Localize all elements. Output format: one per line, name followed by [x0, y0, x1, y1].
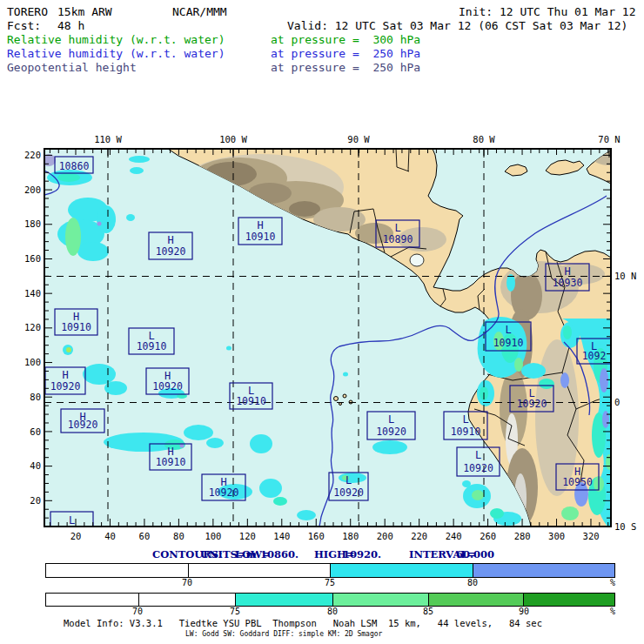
svg-text:10920: 10920 [463, 462, 493, 474]
svg-text:L: L [69, 514, 75, 527]
svg-text:10930: 10930 [553, 277, 583, 289]
contour-info-part: 60.000 [456, 549, 494, 560]
bottom-axis-label: 120 [239, 532, 256, 541]
pressure-center-label: 10860 [55, 157, 93, 173]
svg-text:L: L [388, 413, 394, 426]
contour-info-part: 10860. [260, 549, 299, 560]
model-info-line2: LW: Godd SW: Goddard DIFF: simple KM: 2D… [185, 630, 382, 638]
bottom-axis-label: 140 [273, 532, 290, 541]
svg-text:H: H [62, 369, 68, 381]
svg-text:10950: 10950 [562, 476, 593, 488]
colorbar-segment [188, 564, 331, 577]
svg-text:10890: 10890 [383, 233, 413, 245]
svg-text:10910: 10910 [493, 337, 524, 349]
svg-text:10920: 10920 [376, 426, 406, 438]
bottom-axis-label: 60 [139, 532, 151, 541]
svg-text:10910: 10910 [245, 231, 276, 243]
svg-text:10920: 10920 [156, 245, 186, 258]
svg-text:10920: 10920 [209, 486, 239, 499]
left-axis-label: 20 [30, 496, 41, 506]
svg-text:10910: 10910 [451, 426, 481, 438]
colorbar-segment [46, 594, 138, 606]
colorbar-segment [473, 564, 615, 577]
top-axis-label: 90 W [347, 135, 369, 144]
bottom-axis-label: 180 [342, 532, 359, 541]
colorbar-segment [138, 594, 236, 606]
svg-text:10910: 10910 [61, 321, 91, 333]
bottom-axis-label: 260 [480, 532, 496, 541]
colorbar-tick-label: 90 [519, 607, 529, 616]
svg-text:10910: 10910 [156, 456, 186, 468]
colorbar-tick-label: 80 [327, 607, 338, 616]
left-axis-label: 120 [24, 323, 41, 332]
right-axis-label: 10 S [614, 522, 636, 532]
left-axis-label: 100 [24, 358, 41, 367]
top-axis-label: 80 W [473, 135, 494, 144]
left-axis-label: 160 [24, 254, 41, 264]
svg-text:10860: 10860 [59, 160, 90, 172]
left-axis-label: 40 [30, 461, 41, 471]
svg-text:10920: 10920 [517, 398, 547, 410]
colorbar-tick-label: 80 [467, 579, 478, 587]
bottom-axis-label: 80 [173, 532, 184, 541]
contour-info-part: 10920. [343, 549, 381, 560]
forecast-map: 10860H10920H10910L10890H10930H10910L1091… [0, 0, 644, 644]
svg-text:L: L [394, 222, 400, 234]
bottom-axis-label: 240 [446, 532, 462, 541]
galapagos-island [334, 397, 339, 401]
left-axis-label: 140 [24, 289, 41, 299]
forecast-plot-page: TORERO 15km ARW NCAR/MMM Init: 12 UTC Th… [0, 0, 644, 644]
colorbar-segment [46, 564, 188, 577]
svg-text:L: L [345, 474, 352, 486]
rh-300hpa-colorbar [45, 593, 615, 607]
model-info-line1: Model Info: V3.3.1 Tiedtke YSU PBL Thomp… [64, 618, 542, 628]
bottom-axis-label: 100 [205, 532, 221, 541]
colorbar-tick-label: 75 [230, 607, 240, 616]
bottom-axis-label: 20 [70, 532, 82, 541]
colorbar-segment [523, 594, 614, 606]
galapagos-island [343, 394, 346, 398]
left-axis-label: 60 [30, 427, 41, 437]
left-axis-label: 180 [24, 219, 41, 229]
top-axis-label: 100 W [219, 135, 247, 144]
colorbar-tick-label: 70 [182, 579, 192, 587]
svg-text:L: L [475, 449, 481, 461]
svg-text:10920: 10920 [333, 486, 364, 499]
svg-text:H: H [564, 265, 570, 278]
lake-nicaragua [410, 254, 424, 266]
colorbar-tick-label: % [610, 607, 615, 616]
colorbar-segment [428, 594, 524, 606]
top-axis-label: 70 N [598, 135, 620, 144]
colorbar-segment [332, 594, 428, 606]
svg-text:H: H [167, 234, 173, 246]
bottom-axis-label: 220 [411, 532, 427, 541]
bottom-axis-label: 280 [514, 532, 531, 541]
colorbar-tick-label: % [610, 579, 615, 587]
colorbar-tick-label: 75 [325, 579, 335, 587]
svg-text:L: L [462, 413, 468, 426]
bottom-axis-label: 320 [583, 532, 600, 541]
svg-text:H: H [257, 219, 263, 231]
top-axis-label: 110 W [94, 135, 122, 144]
colorbar-segment [330, 564, 473, 577]
right-axis-label: 0 [614, 398, 620, 407]
left-axis-label: 80 [30, 392, 41, 402]
colorbar-segment [235, 594, 332, 606]
svg-text:10910: 10910 [236, 395, 266, 407]
bottom-axis-label: 40 [104, 532, 116, 541]
svg-text:10910: 10910 [137, 340, 167, 352]
left-axis-label: 220 [24, 151, 41, 160]
bottom-axis-label: 200 [377, 532, 393, 541]
colorbar-tick-label: 85 [423, 607, 433, 616]
rh-250hpa-colorbar [45, 563, 615, 578]
right-axis-label: 10 N [614, 272, 636, 281]
svg-text:10920: 10920 [50, 380, 81, 392]
svg-text:10920: 10920 [152, 380, 183, 392]
svg-text:10920: 10920 [68, 419, 98, 431]
svg-text:1092: 1092 [582, 350, 607, 362]
left-axis-label: 200 [24, 185, 41, 195]
bottom-axis-label: 300 [548, 532, 565, 541]
bottom-axis-label: 160 [308, 532, 325, 541]
svg-text:L: L [505, 324, 511, 336]
colorbar-tick-label: 70 [132, 607, 143, 616]
